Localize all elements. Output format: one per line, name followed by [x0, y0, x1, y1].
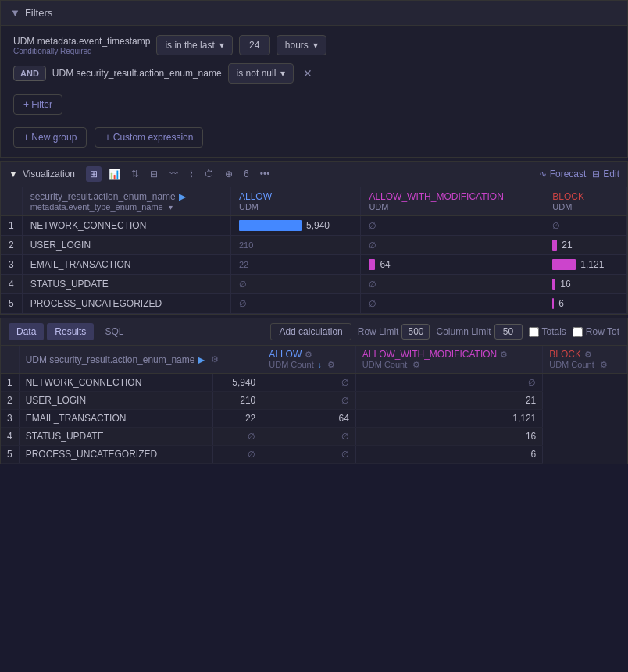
bt-row-label: NETWORK_CONNECTION: [19, 374, 213, 392]
bt-row-v2: ∅: [262, 428, 356, 446]
viz-row-num: 2: [1, 236, 22, 255]
viz-more-icon: •••: [260, 169, 270, 180]
viz-area-tool-button[interactable]: ⌇: [185, 166, 198, 182]
viz-chevron-icon: ▼: [9, 169, 18, 180]
viz-title: Visualization: [23, 169, 75, 180]
edit-label: Edit: [603, 169, 619, 180]
forecast-label: Forecast: [550, 169, 587, 180]
filter1-operator-dropdown[interactable]: is in the last ▾: [156, 35, 232, 55]
row-sub-label: metadata.event_type_enum_name ▾: [30, 202, 223, 212]
bottom-section: Data Results SQL Add calculation Row Lim…: [0, 318, 628, 464]
viz-clock-tool-button[interactable]: ⏱: [201, 166, 218, 182]
bt-row-v1: 5,940: [213, 374, 262, 392]
bottom-table: UDM security_result.action_enum_name ▶ ⚙…: [1, 346, 627, 464]
viz-row-v2: 64: [361, 255, 544, 275]
awm-col-header: ALLOW_WITH_MODIFICATION UDM: [361, 187, 544, 216]
tab-results[interactable]: Results: [47, 323, 94, 340]
totals-label: Totals: [542, 326, 566, 337]
filter1-field-main: UDM metadata.event_timestamp: [13, 36, 150, 47]
row-limit-group: Row Limit 500: [358, 324, 430, 340]
bt-allow-sub-label: UDM Count: [269, 360, 313, 369]
filter-row-1: UDM metadata.event_timestamp Conditional…: [13, 35, 615, 55]
viz-pin-tool-button[interactable]: ⊕: [221, 166, 237, 182]
row-tot-checkbox[interactable]: [573, 327, 583, 337]
viz-sort-icon: ⇅: [131, 169, 139, 180]
block-sub-label: UDM: [552, 202, 619, 212]
bt-allow-sort-icon[interactable]: ↓: [318, 361, 322, 369]
bt-awm-label: ALLOW_WITH_MODIFICATION: [362, 349, 497, 360]
viz-more-tool-button[interactable]: •••: [256, 166, 274, 182]
bt-field-header: UDM security_result.action_enum_name ▶ ⚙: [19, 346, 262, 374]
filter2-field: UDM security_result.action_enum_name: [52, 68, 222, 79]
bt-field1-expand-icon[interactable]: ▶: [198, 354, 205, 365]
custom-expression-button[interactable]: + Custom expression: [95, 127, 203, 148]
viz-row-num: 5: [1, 294, 22, 314]
filters-header: ▼ Filters: [1, 1, 627, 26]
viz-bar-tool-button[interactable]: 📊: [105, 166, 124, 182]
viz-row-v3: 21: [544, 236, 627, 255]
filter1-field-sub: Conditionally Required: [13, 47, 150, 55]
filter1-operator-label: is in the last: [165, 40, 214, 51]
viz-line-tool-button[interactable]: 〰: [165, 166, 182, 182]
row-limit-value[interactable]: 500: [401, 324, 430, 340]
bt-row-v3: 6: [355, 446, 542, 464]
viz-row-v2: ∅: [361, 275, 544, 294]
bt-allow-settings-icon[interactable]: ⚙: [305, 350, 312, 360]
row-field-label: security_result.action_enum_name: [30, 191, 176, 202]
viz-row-v1: 210: [230, 236, 360, 255]
row-limit-label: Row Limit: [358, 326, 399, 337]
bt-block-sub: UDM Count ⚙: [549, 360, 620, 370]
viz-table-row: 3EMAIL_TRANSACTION22641,121: [1, 255, 627, 275]
totals-checkbox[interactable]: [529, 327, 539, 337]
filter1-operator-chevron-icon: ▾: [219, 40, 224, 51]
bt-field1-settings-icon[interactable]: ⚙: [211, 354, 219, 364]
viz-row-v3: ∅: [544, 216, 627, 236]
totals-checkbox-group: Totals: [529, 326, 566, 337]
forecast-button[interactable]: ∿ Forecast: [539, 169, 587, 180]
col-limit-value[interactable]: 50: [494, 324, 523, 340]
filter1-unit-label: hours: [285, 40, 309, 51]
bt-row-num: 2: [1, 392, 19, 410]
viz-table-row: 1NETWORK_CONNECTION5,940∅∅: [1, 216, 627, 236]
filter1-value[interactable]: 24: [239, 35, 270, 55]
bottom-table-row: 4STATUS_UPDATE∅∅16: [1, 428, 627, 446]
block-col-header: BLOCK UDM: [544, 187, 627, 216]
viz-row-num: 3: [1, 255, 22, 275]
bt-row-label: STATUS_UPDATE: [19, 428, 213, 446]
viz-table-row: 4STATUS_UPDATE∅∅16: [1, 275, 627, 294]
viz-sort-tool-button[interactable]: ⇅: [127, 166, 143, 182]
filter1-unit-dropdown[interactable]: hours ▾: [277, 35, 326, 55]
bt-row-v2: ∅: [262, 446, 356, 464]
row-field-expand-icon[interactable]: ▶: [179, 191, 186, 202]
bt-awm-sub-settings-icon[interactable]: ⚙: [412, 360, 420, 369]
tab-data[interactable]: Data: [9, 323, 44, 340]
viz-pivot-tool-button[interactable]: ⊟: [146, 166, 162, 182]
tab-sql[interactable]: SQL: [97, 323, 131, 340]
viz-6-tool-button[interactable]: 6: [240, 166, 253, 182]
viz-table-icon: ⊞: [90, 169, 98, 180]
bt-awm-settings-icon[interactable]: ⚙: [500, 350, 508, 360]
filter2-operator-dropdown[interactable]: is not null ▾: [228, 63, 294, 84]
filters-chevron-icon: ▼: [10, 7, 20, 19]
bt-row-v3: ∅: [355, 374, 542, 392]
edit-button[interactable]: ⊟ Edit: [592, 169, 619, 180]
row-tot-label: Row Tot: [586, 326, 619, 337]
new-group-button[interactable]: + New group: [13, 127, 87, 148]
new-group-label: + New group: [23, 132, 77, 143]
row-tot-checkbox-group: Row Tot: [573, 326, 619, 337]
edit-icon: ⊟: [592, 169, 600, 180]
bottom-table-row: 1NETWORK_CONNECTION5,940∅∅: [1, 374, 627, 392]
viz-line-icon: 〰: [169, 169, 178, 180]
filter2-operator-label: is not null: [237, 68, 277, 79]
filters-title: Filters: [25, 7, 52, 19]
bt-block-settings-icon[interactable]: ⚙: [584, 350, 592, 360]
viz-row-label: NETWORK_CONNECTION: [22, 216, 230, 236]
filter2-remove-button[interactable]: ✕: [300, 67, 316, 80]
viz-row-v1: ∅: [230, 275, 360, 294]
bt-block-sub-settings-icon[interactable]: ⚙: [600, 360, 608, 369]
add-calculation-button[interactable]: Add calculation: [270, 323, 351, 340]
viz-table-tool-button[interactable]: ⊞: [86, 166, 102, 182]
add-filter-button[interactable]: + Filter: [13, 94, 62, 115]
sub-field-text: metadata.event_type_enum_name: [30, 202, 163, 212]
bt-allow-sub-settings-icon[interactable]: ⚙: [327, 360, 335, 369]
